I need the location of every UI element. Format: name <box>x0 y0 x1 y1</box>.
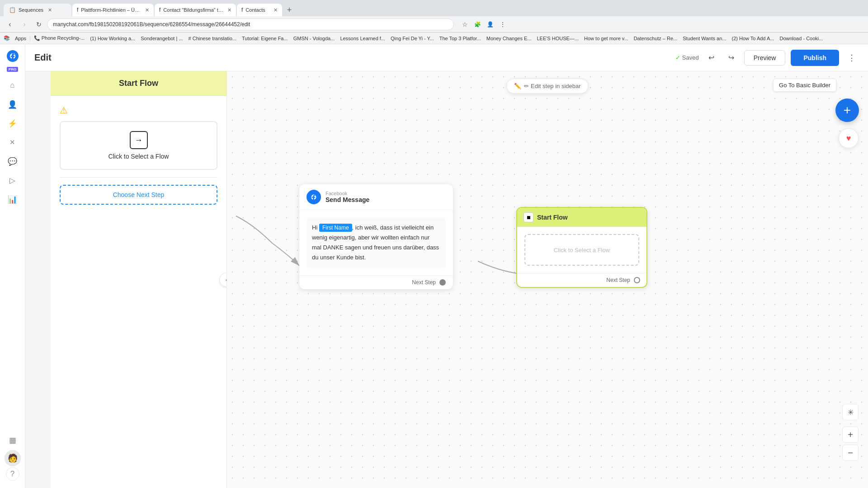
facebook-node-subtitle: Facebook <box>326 191 369 196</box>
preview-button[interactable]: Preview <box>744 50 786 66</box>
bookmark-2[interactable]: (1) How Working a... <box>88 35 137 42</box>
redo-button[interactable]: ↪ <box>724 51 739 65</box>
zoom-controls: + − <box>842 427 859 461</box>
bookmark-5[interactable]: Tutorial: Eigene Fa... <box>240 35 290 42</box>
first-name-tag: First Name <box>319 224 352 232</box>
address-bar[interactable]: manychat.com/fb198150208192061B/sequence… <box>47 19 454 30</box>
forward-button[interactable]: › <box>18 18 31 31</box>
tab-sequences-label: Sequences <box>19 7 43 13</box>
sidebar-panel: Start Flow ⚠ → Click to Select a Flow Ch… <box>51 71 227 488</box>
divider <box>60 177 217 178</box>
bookmark-15[interactable]: (2) How To Add A... <box>729 35 776 42</box>
sidebar-icons: PRO ⌂ 👤 ⚡ ✕ 💬 ▷ 📊 ▦ 🧑 ? <box>0 44 25 488</box>
page-title: Edit <box>34 52 675 63</box>
saved-indicator: ✓ Saved <box>675 54 699 61</box>
tab-contacts[interactable]: f Contacts ✕ <box>237 4 282 16</box>
bookmark-11[interactable]: LEE'S HOUSE—... <box>534 35 581 42</box>
edit-step-hint: ✏️ ✏ Edit step in sidebar <box>506 79 588 94</box>
tab-sequences-close[interactable]: ✕ <box>48 7 52 13</box>
bookmark-14[interactable]: Student Wants an... <box>680 35 728 42</box>
sidebar-panel-title: Start Flow <box>60 79 217 88</box>
collapse-panel-button[interactable]: ‹ <box>219 272 227 287</box>
facebook-node-header: Facebook Send Message <box>299 184 453 210</box>
connector-dot[interactable] <box>439 279 446 286</box>
message-text: Hi First Name, ich weiß, dass ist vielle… <box>307 217 446 268</box>
click-select-flow-box[interactable]: Click to Select a Flow <box>524 234 639 266</box>
zoom-in-button[interactable]: + <box>842 427 859 443</box>
start-connector-dot[interactable] <box>634 277 640 283</box>
sidebar-broadcast-btn[interactable]: ▷ <box>4 171 22 189</box>
fab-add-button[interactable]: + <box>835 99 859 122</box>
tab-contact-close[interactable]: ✕ <box>227 7 231 13</box>
start-node-icon: ⏹ <box>524 212 533 222</box>
flow-arrow-icon: → <box>130 131 148 149</box>
sidebar-avatar-btn[interactable]: 🧑 <box>5 450 21 466</box>
sidebar-users-btn[interactable]: 👤 <box>4 95 22 113</box>
tab-sequences[interactable]: 📋 Sequences ✕ <box>4 4 71 16</box>
chrome-menu-btn[interactable]: ⋮ <box>497 19 508 30</box>
sidebar-help-btn[interactable]: ? <box>6 467 19 481</box>
bookmarks-label: 📚 <box>4 35 10 41</box>
tab-plattform-icon: f <box>77 7 78 13</box>
go-basic-builder-link[interactable]: Go To Basic Builder <box>773 79 836 92</box>
more-options-button[interactable]: ⋮ <box>844 51 859 65</box>
tab-plattform[interactable]: f Plattform-Richtlinien – Übers... ✕ <box>72 4 154 16</box>
start-flow-node-footer: Next Step <box>517 273 646 287</box>
start-flow-node-header: ⏹ Start Flow <box>517 208 646 227</box>
facebook-node-title-group: Facebook Send Message <box>326 191 369 203</box>
next-step-label: Next Step <box>412 279 436 286</box>
tab-contact-icon: f <box>159 7 160 13</box>
reload-button[interactable]: ↻ <box>33 18 45 31</box>
check-icon: ✓ <box>675 54 680 61</box>
bookmark-8[interactable]: Qing Fei De Yi - Y... <box>388 35 436 42</box>
tab-new[interactable]: + <box>283 4 296 16</box>
extensions-btn[interactable]: 🧩 <box>472 19 483 30</box>
sidebar-chat-btn[interactable]: 💬 <box>4 152 22 170</box>
bookmark-10[interactable]: Money Changes E... <box>484 35 534 42</box>
sidebar-analytics-btn[interactable]: 📊 <box>4 190 22 208</box>
facebook-node-footer: Next Step <box>299 275 453 289</box>
start-flow-node-title: Start Flow <box>537 214 568 221</box>
facebook-node[interactable]: Facebook Send Message Hi First Name, ich… <box>299 184 453 289</box>
sidebar-home-btn[interactable]: ⌂ <box>4 76 22 94</box>
sidebar-integrations-btn[interactable]: ✕ <box>4 133 22 151</box>
start-flow-node[interactable]: ⏹ Start Flow Click to Select a Flow Next… <box>516 207 647 288</box>
bookmark-12[interactable]: How to get more v... <box>582 35 631 42</box>
sidebar-automation-btn[interactable]: ⚡ <box>4 114 22 132</box>
profile-btn[interactable]: 👤 <box>485 19 495 30</box>
tab-contact[interactable]: f Contact "Bildungsfirma" thro... ✕ <box>155 4 236 16</box>
bookmark-3[interactable]: Sonderangebot | ... <box>138 35 185 42</box>
bookmark-7[interactable]: Lessons Learned f... <box>338 35 387 42</box>
bookmark-16[interactable]: Download - Cooki... <box>777 35 825 42</box>
choose-next-step-button[interactable]: Choose Next Step <box>60 185 217 205</box>
filter-button[interactable]: ✳ <box>842 404 859 420</box>
sidebar-grid-btn[interactable]: ▦ <box>4 431 22 449</box>
undo-button[interactable]: ↩ <box>704 51 719 65</box>
bookmark-apps[interactable]: Apps <box>13 35 28 42</box>
back-button[interactable]: ‹ <box>4 18 16 31</box>
start-next-step-label: Next Step <box>606 277 630 283</box>
bookmark-9[interactable]: The Top 3 Platfor... <box>437 35 483 42</box>
tab-contacts-close[interactable]: ✕ <box>274 7 278 13</box>
warning-icon: ⚠ <box>60 105 68 115</box>
zoom-out-button[interactable]: − <box>842 445 859 461</box>
svg-point-0 <box>7 50 19 62</box>
facebook-node-body: Hi First Name, ich weiß, dass ist vielle… <box>299 210 453 275</box>
saved-label: Saved <box>682 54 699 61</box>
facebook-node-title: Send Message <box>326 196 369 203</box>
bookmark-star[interactable]: ☆ <box>459 19 470 30</box>
tab-plattform-label: Plattform-Richtlinien – Übers... <box>81 7 142 13</box>
tab-plattform-close[interactable]: ✕ <box>145 7 149 13</box>
tab-contacts-icon: f <box>241 7 243 13</box>
app-logo[interactable] <box>5 48 21 64</box>
bookmark-4[interactable]: # Chinese translatio... <box>186 35 239 42</box>
app-header: Edit ✓ Saved ↩ ↪ Preview Publish ⋮ <box>25 44 868 71</box>
publish-button[interactable]: Publish <box>791 50 839 66</box>
bookmark-1[interactable]: 📞 Phone Recycling-... <box>32 34 87 42</box>
select-flow-box[interactable]: → Click to Select a Flow <box>60 121 217 170</box>
edit-pencil-icon: ✏️ <box>514 83 521 89</box>
canvas: ✏️ ✏ Edit step in sidebar Go To Basic Bu… <box>227 71 868 488</box>
bookmark-13[interactable]: Datenschutz – Re... <box>632 35 680 42</box>
fab-heart-button[interactable]: ♥ <box>839 128 859 148</box>
bookmark-6[interactable]: GMSN - Vologda... <box>291 35 337 42</box>
